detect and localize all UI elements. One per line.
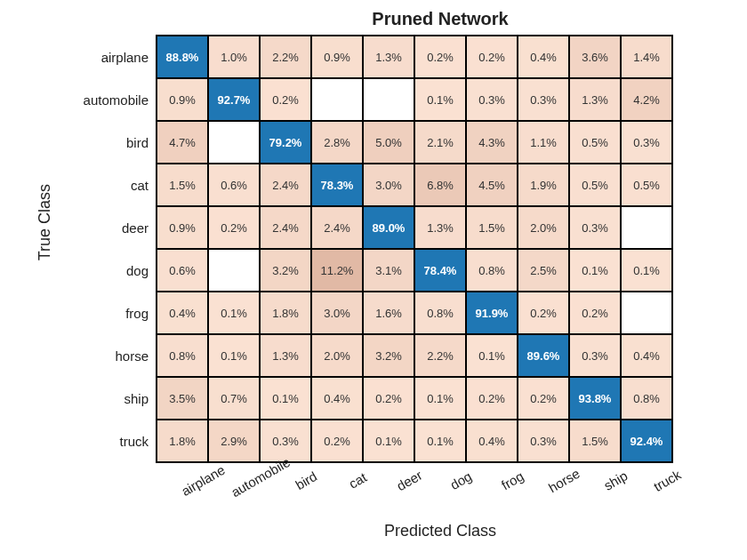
heatmap-cell: 0.5% xyxy=(569,121,621,164)
heatmap-cell: 0.1% xyxy=(260,377,311,420)
y-tick-label: deer xyxy=(60,206,156,249)
heatmap-cell: 1.5% xyxy=(157,164,208,206)
heatmap-cell: 5.0% xyxy=(363,121,414,164)
heatmap-cell: 0.9% xyxy=(157,206,208,249)
heatmap-grid: 88.8%1.0%2.2%0.9%1.3%0.2%0.2%0.4%3.6%1.4… xyxy=(157,36,672,462)
heatmap-cell: 1.1% xyxy=(518,121,569,164)
heatmap-cell: 2.2% xyxy=(260,36,311,78)
heatmap-cell: 1.6% xyxy=(363,292,414,334)
heatmap-cell: 0.5% xyxy=(621,164,672,206)
heatmap-cell: 3.0% xyxy=(363,164,414,206)
heatmap-cell: 0.2% xyxy=(414,36,466,78)
heatmap-cell: 91.9% xyxy=(466,292,518,334)
y-tick-label: cat xyxy=(60,164,156,206)
heatmap-cell: 1.3% xyxy=(260,334,311,377)
heatmap-cell: 1.8% xyxy=(260,292,311,334)
heatmap-cell: 1.3% xyxy=(569,78,621,121)
heatmap-cell: 0.3% xyxy=(569,334,621,377)
heatmap-cell: 3.0% xyxy=(311,292,363,334)
heatmap-cell: 0.1% xyxy=(466,334,518,377)
y-tick-label: ship xyxy=(60,377,156,420)
heatmap-cell: 89.0% xyxy=(363,206,414,249)
heatmap-cell: 3.5% xyxy=(157,377,208,420)
heatmap-cell: 0.8% xyxy=(621,377,672,420)
heatmap-cell xyxy=(208,249,260,292)
heatmap-cell: 0.6% xyxy=(208,164,260,206)
heatmap-cell: 0.4% xyxy=(311,377,363,420)
heatmap-cell: 92.7% xyxy=(208,78,260,121)
heatmap-cell: 1.9% xyxy=(518,164,569,206)
heatmap-cell: 0.1% xyxy=(208,292,260,334)
heatmap-cell: 0.1% xyxy=(414,78,466,121)
heatmap-frame: 88.8%1.0%2.2%0.9%1.3%0.2%0.2%0.4%3.6%1.4… xyxy=(156,35,673,463)
x-tick-labels: airplaneautomobilebirdcatdeerdogfroghors… xyxy=(167,463,729,516)
x-axis-label: Predicted Class xyxy=(151,522,729,540)
heatmap-cell: 3.1% xyxy=(363,249,414,292)
heatmap-cell: 1.4% xyxy=(621,36,672,78)
y-tick-label: dog xyxy=(60,249,156,292)
heatmap-cell: 4.2% xyxy=(621,78,672,121)
heatmap-cell: 2.4% xyxy=(311,206,363,249)
y-tick-label: bird xyxy=(60,121,156,164)
y-tick-label: airplane xyxy=(60,36,156,78)
heatmap-cell: 0.3% xyxy=(518,78,569,121)
heatmap-cell: 0.2% xyxy=(466,36,518,78)
confusion-matrix-chart: Pruned Network True Class airplaneautomo… xyxy=(36,9,729,540)
y-tick-label: horse xyxy=(60,334,156,377)
heatmap-cell: 0.9% xyxy=(311,36,363,78)
heatmap-cell xyxy=(208,121,260,164)
y-tick-label: automobile xyxy=(60,78,156,121)
heatmap-cell: 88.8% xyxy=(157,36,208,78)
heatmap-cell: 2.2% xyxy=(414,334,466,377)
heatmap-cell: 0.3% xyxy=(466,78,518,121)
heatmap-cell: 3.2% xyxy=(260,249,311,292)
heatmap-cell: 0.8% xyxy=(466,249,518,292)
heatmap-cell: 0.8% xyxy=(414,292,466,334)
heatmap-cell: 0.3% xyxy=(569,206,621,249)
heatmap-cell: 1.8% xyxy=(157,420,208,462)
heatmap-cell: 2.4% xyxy=(260,164,311,206)
y-tick-label: truck xyxy=(60,420,156,462)
heatmap-cell: 4.3% xyxy=(466,121,518,164)
heatmap-cell: 0.1% xyxy=(621,249,672,292)
heatmap-cell xyxy=(363,78,414,121)
heatmap-cell: 0.4% xyxy=(157,292,208,334)
heatmap-cell: 89.6% xyxy=(518,334,569,377)
heatmap-cell: 0.2% xyxy=(363,377,414,420)
heatmap-cell: 0.9% xyxy=(157,78,208,121)
heatmap-cell: 0.3% xyxy=(621,121,672,164)
heatmap-cell: 2.0% xyxy=(518,206,569,249)
y-tick-labels: airplaneautomobilebirdcatdeerdogfroghors… xyxy=(60,36,156,462)
heatmap-cell: 2.4% xyxy=(260,206,311,249)
heatmap-cell: 79.2% xyxy=(260,121,311,164)
plot-area: True Class airplaneautomobilebirdcatdeer… xyxy=(36,35,729,463)
heatmap-cell: 78.4% xyxy=(414,249,466,292)
heatmap-cell: 0.2% xyxy=(466,377,518,420)
heatmap-cell: 0.5% xyxy=(569,164,621,206)
y-tick-label: frog xyxy=(60,292,156,334)
heatmap-cell: 0.7% xyxy=(208,377,260,420)
heatmap-cell: 0.1% xyxy=(414,377,466,420)
heatmap-cell: 0.2% xyxy=(569,292,621,334)
heatmap-cell: 2.8% xyxy=(311,121,363,164)
heatmap-cell: 2.1% xyxy=(414,121,466,164)
heatmap-cell: 0.2% xyxy=(518,377,569,420)
heatmap-cell: 4.7% xyxy=(157,121,208,164)
heatmap-cell: 93.8% xyxy=(569,377,621,420)
heatmap-cell xyxy=(311,78,363,121)
heatmap-cell: 11.2% xyxy=(311,249,363,292)
heatmap-cell: 0.2% xyxy=(208,206,260,249)
heatmap-cell: 1.0% xyxy=(208,36,260,78)
y-axis-label: True Class xyxy=(36,184,54,260)
heatmap-cell: 2.0% xyxy=(311,334,363,377)
heatmap-cell: 0.6% xyxy=(157,249,208,292)
heatmap-cell: 0.8% xyxy=(157,334,208,377)
heatmap-cell: 3.2% xyxy=(363,334,414,377)
heatmap-cell: 3.6% xyxy=(569,36,621,78)
heatmap-cell: 1.3% xyxy=(414,206,466,249)
heatmap-cell: 1.3% xyxy=(363,36,414,78)
heatmap-cell: 0.2% xyxy=(260,78,311,121)
heatmap-cell: 2.5% xyxy=(518,249,569,292)
heatmap-cell: 4.5% xyxy=(466,164,518,206)
heatmap-cell: 0.4% xyxy=(518,36,569,78)
